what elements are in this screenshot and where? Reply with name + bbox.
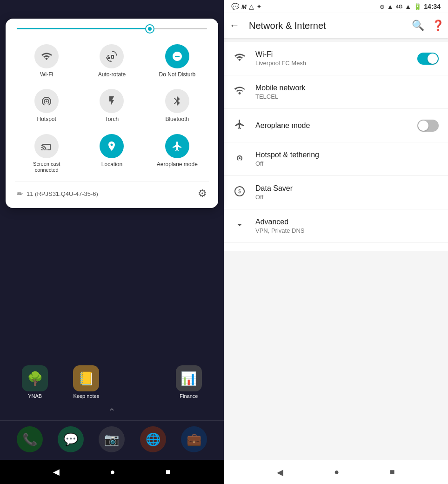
ynab-label: YNAB bbox=[28, 393, 42, 399]
wifi-settings-title: Wi-Fi bbox=[255, 50, 408, 59]
dock-chrome[interactable]: 🌐 bbox=[140, 426, 166, 452]
aeroplane-toggle-wrap[interactable] bbox=[417, 120, 439, 132]
version-text: 11 (RPJS31.Q4U-47-35-6) bbox=[27, 190, 98, 197]
cast-icon[interactable] bbox=[34, 134, 59, 158]
brightness-thumb[interactable] bbox=[145, 24, 154, 34]
wifi-toggle-thumb bbox=[428, 54, 438, 64]
hotspot-label: Hotspot bbox=[37, 116, 56, 122]
dock-phone[interactable]: 📞 bbox=[17, 426, 43, 452]
wifi-toggle[interactable] bbox=[417, 53, 439, 65]
extra-status-icon: ✦ bbox=[256, 3, 262, 10]
hotspot-settings-sub: Off bbox=[255, 160, 439, 167]
location-icon[interactable] bbox=[100, 134, 124, 158]
dnd-status-icon: ⊖ bbox=[380, 3, 385, 10]
quick-item-wifi[interactable]: Wi-Fi bbox=[15, 40, 78, 81]
auto-rotate-icon[interactable] bbox=[100, 44, 124, 68]
aeroplane-qs-icon[interactable] bbox=[165, 134, 189, 158]
location-label: Location bbox=[101, 161, 122, 168]
home-screen: 🌳 YNAB 📒 Keep notes 📊 Finance ⌃ 📞 💬 📷 🌐 … bbox=[0, 208, 224, 484]
wifi-settings-sub: Liverpool FC Mesh bbox=[255, 60, 408, 67]
gmail-status-icon: M bbox=[241, 3, 247, 10]
wifi-status-icon: ▲ bbox=[387, 3, 394, 10]
torch-icon[interactable] bbox=[100, 89, 124, 113]
back-nav-right[interactable]: ◀ bbox=[277, 467, 283, 477]
torch-label: Torch bbox=[105, 116, 119, 122]
aeroplane-settings-text: Aeroplane mode bbox=[255, 121, 408, 130]
settings-item-hotspot[interactable]: Hotspot & tethering Off bbox=[224, 142, 448, 176]
top-icons: 🔍 ❓ bbox=[412, 20, 444, 32]
svg-text:$: $ bbox=[238, 189, 241, 194]
app-keep[interactable]: 📒 Keep notes bbox=[73, 365, 99, 399]
status-bar: 💬 M △ ✦ ⊖ ▲ 4G ▲ 🔋 14:34 bbox=[224, 0, 448, 13]
recents-nav-right[interactable]: ■ bbox=[390, 467, 395, 477]
left-panel: Wi-Fi Auto-rotate Do Not Disturb bbox=[0, 0, 224, 484]
advanced-settings-text: Advanced VPN, Private DNS bbox=[255, 218, 439, 234]
signal-icon: ▲ bbox=[405, 3, 411, 10]
bluetooth-icon[interactable] bbox=[165, 89, 189, 113]
aeroplane-toggle[interactable] bbox=[417, 120, 439, 132]
ynab-icon[interactable]: 🌳 bbox=[22, 365, 48, 391]
settings-item-aeroplane[interactable]: Aeroplane mode bbox=[224, 109, 448, 142]
quick-item-hotspot[interactable]: Hotspot bbox=[15, 85, 78, 126]
settings-item-mobile[interactable]: Mobile network TELCEL bbox=[224, 75, 448, 109]
quick-item-screen-cast[interactable]: Screen castconnected bbox=[15, 130, 78, 177]
search-icon[interactable]: 🔍 bbox=[412, 20, 424, 32]
brightness-slider[interactable] bbox=[17, 28, 207, 29]
wifi-icon[interactable] bbox=[34, 44, 59, 68]
dock-whatsapp[interactable]: 💬 bbox=[58, 426, 84, 452]
right-panel: 💬 M △ ✦ ⊖ ▲ 4G ▲ 🔋 14:34 ← Network & Int… bbox=[224, 0, 448, 484]
dock-linkedin[interactable]: 💼 bbox=[181, 426, 207, 452]
settings-item-advanced[interactable]: Advanced VPN, Private DNS bbox=[224, 209, 448, 243]
mobile-settings-title: Mobile network bbox=[255, 84, 439, 92]
settings-gear-icon[interactable]: ⚙ bbox=[198, 188, 207, 200]
page-title: Network & Internet bbox=[249, 20, 404, 31]
app-ynab[interactable]: 🌳 YNAB bbox=[22, 365, 48, 399]
wifi-settings-text: Wi-Fi Liverpool FC Mesh bbox=[255, 50, 408, 67]
auto-rotate-label: Auto-rotate bbox=[98, 71, 126, 78]
mobile-settings-text: Mobile network TELCEL bbox=[255, 84, 439, 100]
quick-item-location[interactable]: Location bbox=[80, 130, 143, 177]
recents-nav-left[interactable]: ■ bbox=[166, 467, 171, 477]
settings-list: Wi-Fi Liverpool FC Mesh Mobile network T… bbox=[224, 42, 448, 251]
nav-bar-left: ◀ ● ■ bbox=[0, 460, 224, 484]
home-nav-left[interactable]: ● bbox=[110, 467, 115, 477]
wifi-toggle-wrap[interactable] bbox=[417, 53, 439, 65]
settings-item-wifi[interactable]: Wi-Fi Liverpool FC Mesh bbox=[224, 42, 448, 75]
hotspot-icon[interactable] bbox=[34, 89, 59, 113]
quick-item-aeroplane[interactable]: Aeroplane mode bbox=[146, 130, 209, 177]
apps-row-1: 🌳 YNAB 📒 Keep notes 📊 Finance bbox=[0, 361, 224, 403]
brightness-row[interactable] bbox=[15, 28, 209, 29]
finance-icon[interactable]: 📊 bbox=[176, 365, 202, 391]
hotspot-settings-text: Hotspot & tethering Off bbox=[255, 151, 439, 167]
quick-item-dnd[interactable]: Do Not Disturb bbox=[146, 40, 209, 81]
edit-icon: ✏ bbox=[17, 189, 23, 198]
quick-item-auto-rotate[interactable]: Auto-rotate bbox=[80, 40, 143, 81]
finance-label: Finance bbox=[180, 393, 198, 399]
keep-label: Keep notes bbox=[74, 393, 100, 399]
swipe-hint: ⌃ bbox=[0, 403, 224, 420]
battery-icon: 🔋 bbox=[414, 3, 421, 10]
dock-row: 📞 💬 📷 🌐 💼 bbox=[0, 420, 224, 460]
advanced-settings-title: Advanced bbox=[255, 218, 439, 226]
dnd-icon[interactable] bbox=[165, 44, 189, 68]
settings-item-datasaver[interactable]: $ Data Saver Off bbox=[224, 176, 448, 209]
advanced-settings-sub: VPN, Private DNS bbox=[255, 227, 439, 234]
datasaver-settings-title: Data Saver bbox=[255, 184, 439, 193]
dnd-label: Do Not Disturb bbox=[159, 71, 195, 78]
screen-cast-label: Screen castconnected bbox=[33, 161, 60, 173]
app-finance[interactable]: 📊 Finance bbox=[176, 365, 202, 399]
keep-icon[interactable]: 📒 bbox=[73, 365, 99, 391]
quick-grid: Wi-Fi Auto-rotate Do Not Disturb bbox=[15, 40, 209, 177]
mobile-settings-sub: TELCEL bbox=[255, 93, 439, 100]
help-icon[interactable]: ❓ bbox=[432, 20, 444, 32]
whatsapp-status-icon: 💬 bbox=[231, 3, 239, 10]
status-icons-left: 💬 M △ ✦ bbox=[231, 3, 262, 10]
back-button[interactable]: ← bbox=[227, 18, 241, 34]
status-icons-right: ⊖ ▲ 4G ▲ 🔋 14:34 bbox=[380, 3, 441, 10]
quick-item-torch[interactable]: Torch bbox=[80, 85, 143, 126]
quick-item-bluetooth[interactable]: Bluetooth bbox=[146, 85, 209, 126]
home-nav-right[interactable]: ● bbox=[334, 467, 339, 477]
aeroplane-toggle-thumb bbox=[418, 121, 428, 131]
back-nav-left[interactable]: ◀ bbox=[53, 467, 60, 477]
dock-camera[interactable]: 📷 bbox=[99, 426, 125, 452]
